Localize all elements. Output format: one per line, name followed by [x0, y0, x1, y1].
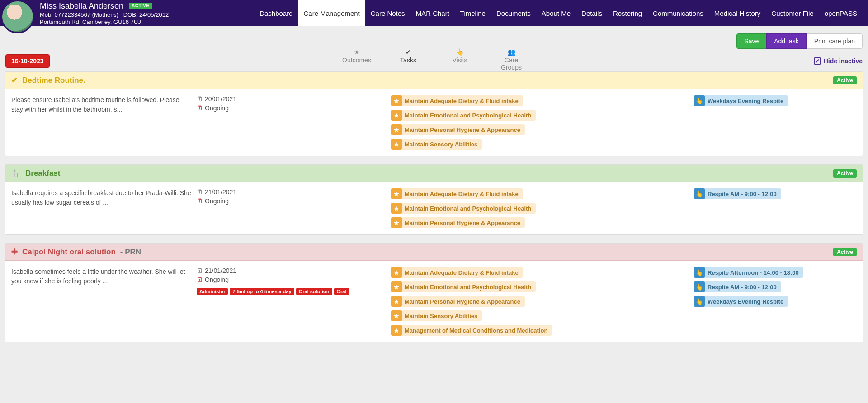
- outcome-label: Maintain Personal Hygiene & Appearance: [405, 298, 520, 305]
- outcome-pill[interactable]: ★Maintain Sensory Abilities: [391, 310, 482, 321]
- outcome-pill[interactable]: ★Maintain Adequate Dietary & Fluid intak…: [391, 188, 523, 199]
- nav-about-me[interactable]: About Me: [536, 0, 576, 26]
- outcome-pill[interactable]: ★Maintain Emotional and Psychological He…: [391, 110, 536, 121]
- hide-inactive-toggle[interactable]: ✔ Hide inactive: [814, 57, 863, 65]
- status-badge: ACTIVE: [129, 3, 152, 9]
- visit-pill[interactable]: 👆Weekdays Evening Respite: [694, 95, 788, 106]
- outcome-pill[interactable]: ★Management of Medical Conditions and Me…: [391, 325, 552, 336]
- nav-customer-file[interactable]: Customer File: [766, 0, 819, 26]
- outcome-pill[interactable]: ★Maintain Personal Hygiene & Appearance: [391, 124, 525, 135]
- action-row: Save Add task Print care plan: [0, 26, 868, 49]
- task-ongoing: Ongoing: [205, 104, 229, 112]
- task-card[interactable]: BreakfastActiveIsabella requires a speci…: [5, 164, 863, 235]
- outcome-pill[interactable]: ★Maintain Adequate Dietary & Fluid intak…: [391, 95, 523, 106]
- hand-icon: 👆: [694, 95, 705, 106]
- sub-tabs: ★Outcomes✔Tasks👆Visits👥Care Groups: [336, 48, 532, 74]
- top-header: Miss Isabella Anderson ACTIVE Mob: 07722…: [0, 0, 868, 26]
- print-plan-button[interactable]: Print care plan: [807, 33, 863, 49]
- outcome-label: Maintain Personal Hygiene & Appearance: [405, 127, 520, 133]
- outcome-pill[interactable]: ★Maintain Emotional and Psychological He…: [391, 281, 536, 292]
- outcome-pill[interactable]: ★Maintain Sensory Abilities: [391, 139, 482, 150]
- task-type-icon: [11, 75, 18, 85]
- star-icon: ★: [391, 281, 402, 292]
- nav-details[interactable]: Details: [576, 0, 608, 26]
- calendar-icon: 🗓: [197, 276, 203, 283]
- nav-mar-chart[interactable]: MAR Chart: [410, 0, 455, 26]
- current-date[interactable]: 16-10-2023: [5, 54, 50, 68]
- subtab-care-groups[interactable]: 👥Care Groups: [491, 48, 532, 74]
- outcome-pills: ★Maintain Adequate Dietary & Fluid intak…: [391, 95, 689, 150]
- outcome-label: Maintain Adequate Dietary & Fluid intake: [405, 191, 519, 197]
- star-icon: ★: [391, 296, 402, 307]
- calendar-icon: 🗓: [197, 197, 203, 205]
- task-start-date: 20/01/2021: [205, 95, 236, 103]
- task-status-chip: Active: [833, 169, 857, 178]
- task-list: Bedtime Routine.ActivePlease ensure Isab…: [0, 71, 868, 342]
- task-header[interactable]: Calpol Night oral solution - PRNActive: [5, 244, 863, 261]
- visit-pills: 👆Respite Afternoon - 14:00 - 18:00👆Respi…: [694, 267, 857, 307]
- outcome-label: Maintain Adequate Dietary & Fluid intake: [405, 98, 519, 104]
- outcome-pill[interactable]: ★Maintain Adequate Dietary & Fluid intak…: [391, 267, 523, 278]
- outcome-label: Maintain Emotional and Psychological Hea…: [405, 284, 531, 291]
- visit-pill[interactable]: 👆Respite AM - 9:00 - 12:00: [694, 188, 781, 199]
- checkbox-checked-icon: ✔: [814, 57, 821, 65]
- dob-value: 24/05/2012: [139, 11, 169, 18]
- medication-tag: 7.5ml up to 4 times a day: [230, 288, 294, 295]
- task-card[interactable]: Bedtime Routine.ActivePlease ensure Isab…: [5, 71, 863, 156]
- task-title: Calpol Night oral solution: [22, 248, 116, 257]
- task-ongoing: Ongoing: [205, 197, 229, 205]
- subtab-icon: ★: [341, 48, 373, 56]
- subtab-outcomes[interactable]: ★Outcomes: [336, 48, 377, 74]
- hand-icon: 👆: [694, 188, 705, 199]
- outcome-pill[interactable]: ★Maintain Emotional and Psychological He…: [391, 203, 536, 214]
- nav-medical-history[interactable]: Medical History: [709, 0, 766, 26]
- outcome-label: Maintain Personal Hygiene & Appearance: [405, 220, 520, 226]
- task-title: Bedtime Routine.: [22, 76, 85, 85]
- calendar-icon: 🗓: [197, 188, 203, 196]
- add-task-button[interactable]: Add task: [766, 33, 806, 49]
- mob-value: 07722334567 (Mother's): [55, 11, 118, 18]
- visit-label: Weekdays Evening Respite: [708, 298, 783, 305]
- nav-care-notes[interactable]: Care Notes: [365, 0, 410, 26]
- star-icon: ★: [391, 188, 402, 199]
- nav-documents[interactable]: Documents: [491, 0, 536, 26]
- outcome-pill[interactable]: ★Maintain Personal Hygiene & Appearance: [391, 296, 525, 307]
- hand-icon: 👆: [694, 267, 705, 278]
- star-icon: ★: [391, 95, 402, 106]
- hand-icon: 👆: [694, 296, 705, 307]
- subtab-icon: 👥: [495, 48, 527, 56]
- nav-dashboard[interactable]: Dashboard: [254, 0, 298, 26]
- task-header[interactable]: Bedtime Routine.Active: [5, 72, 863, 89]
- nav-care-management[interactable]: Care Management: [298, 0, 365, 26]
- nav-communications[interactable]: Communications: [647, 0, 709, 26]
- nav-timeline[interactable]: Timeline: [455, 0, 491, 26]
- task-ongoing: Ongoing: [205, 276, 229, 283]
- subtab-label: Outcomes: [342, 56, 371, 64]
- save-button[interactable]: Save: [736, 33, 766, 49]
- visit-pill[interactable]: 👆Respite Afternoon - 14:00 - 18:00: [694, 267, 803, 278]
- subtab-tasks[interactable]: ✔Tasks: [388, 48, 429, 74]
- outcome-label: Management of Medical Conditions and Med…: [405, 327, 547, 334]
- task-header[interactable]: BreakfastActive: [5, 165, 863, 182]
- visit-label: Respite AM - 9:00 - 12:00: [708, 191, 777, 197]
- calendar-icon: 🗓: [197, 267, 203, 274]
- task-type-icon: [11, 169, 21, 178]
- subtab-label: Care Groups: [501, 56, 522, 71]
- patient-info: Miss Isabella Anderson ACTIVE Mob: 07722…: [40, 0, 169, 26]
- task-dates: 🗓20/01/2021🗓Ongoing: [197, 95, 387, 113]
- medication-tags: Administer7.5ml up to 4 times a dayOral …: [197, 288, 387, 295]
- mob-label: Mob:: [40, 11, 53, 18]
- nav-openpass[interactable]: openPASS: [819, 0, 863, 26]
- task-start-date: 21/01/2021: [205, 267, 236, 274]
- outcome-label: Maintain Emotional and Psychological Hea…: [405, 205, 531, 212]
- subtab-label: Visits: [452, 56, 467, 64]
- task-card[interactable]: Calpol Night oral solution - PRNActiveIs…: [5, 243, 863, 342]
- nav-rostering[interactable]: Rostering: [608, 0, 647, 26]
- star-icon: ★: [391, 124, 402, 135]
- visit-pill[interactable]: 👆Weekdays Evening Respite: [694, 296, 788, 307]
- outcome-pill[interactable]: ★Maintain Personal Hygiene & Appearance: [391, 217, 525, 228]
- visit-pill[interactable]: 👆Respite AM - 9:00 - 12:00: [694, 281, 781, 292]
- outcome-label: Maintain Emotional and Psychological Hea…: [405, 112, 531, 119]
- star-icon: ★: [391, 110, 402, 121]
- subtab-visits[interactable]: 👆Visits: [439, 48, 480, 74]
